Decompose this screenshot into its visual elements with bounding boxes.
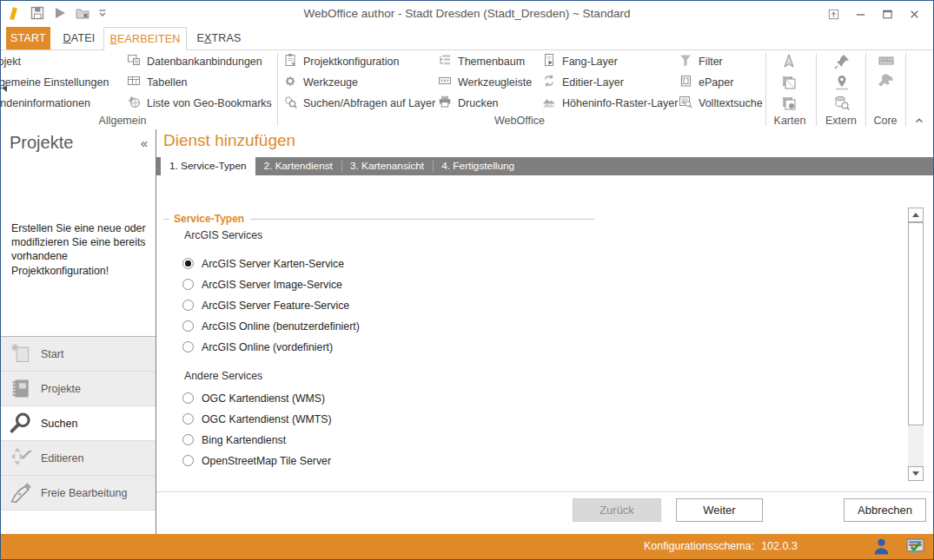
radio-bing-kartendienst[interactable]: Bing Kartendienst <box>182 432 286 447</box>
tree-list-icon <box>438 53 452 70</box>
radio-arcgis-server-feature-service[interactable]: ArcGIS Server Feature-Service <box>182 298 349 313</box>
ribbon-button-projekt[interactable]: Projekt <box>1 51 109 72</box>
quick-access-toolbar <box>7 5 108 21</box>
ribbon-button-suchen-abfragen-layer[interactable]: Suchen/Abfragen auf Layer <box>283 93 435 114</box>
ribbon: Projekt Allgemeine Einstellungen Kundeni… <box>1 49 933 130</box>
wizard-step-4[interactable]: 4. Fertigstellung <box>433 157 523 175</box>
ribbon-group-label-allgemein: Allgemein <box>1 115 244 128</box>
radio-icon <box>182 392 194 404</box>
titlebar: WebOffice author - Stadt Dresden (Stadt_… <box>1 1 933 27</box>
ribbon-button-compass[interactable] <box>778 51 800 72</box>
ribbon-button-werkzeuge[interactable]: Werkzeuge <box>283 72 435 93</box>
ribbon-button-map-layers-point[interactable] <box>778 93 800 114</box>
ribbon-button-map-layers[interactable] <box>778 72 800 93</box>
radio-ogc-kartendienst-wms[interactable]: OGC Kartendienst (WMS) <box>182 391 325 405</box>
ribbon-button-location-pin[interactable] <box>831 72 853 93</box>
minimize-icon[interactable] <box>847 3 874 24</box>
ribbon-button-epaper[interactable]: ePaper <box>679 72 763 93</box>
ribbon-button-fang-layer[interactable]: Fang-Layer <box>542 51 678 72</box>
radio-icon <box>182 320 194 332</box>
ribbon-button-core-module[interactable] <box>875 51 898 72</box>
radio-arcgis-server-image-service[interactable]: ArcGIS Server Image-Service <box>182 277 342 292</box>
ribbon-button-projektkonfiguration[interactable]: Projektkonfiguration <box>283 51 435 72</box>
tab-datei[interactable]: DATEI <box>55 27 103 49</box>
ribbon-col-weboffice-3: Fang-Layer Editier-Layer Höheninfo-Raste… <box>542 51 678 114</box>
ribbon-button-editier-layer[interactable]: Editier-Layer <box>542 72 678 93</box>
ribbon-button-hoeheninfo-raster-layer[interactable]: Höheninfo-Raster-Layer <box>542 93 678 114</box>
database-search-icon <box>833 95 851 112</box>
ribbon-button-geo-bookmarks[interactable]: Liste von Geo-Bookmarks <box>127 93 272 114</box>
scrollbar-thumb[interactable] <box>908 222 924 425</box>
scrollbar-down-icon[interactable] <box>908 466 924 481</box>
sidebar-item-freie-bearbeitung[interactable]: Freie Bearbeitung <box>1 476 156 511</box>
wizard-step-1[interactable]: 1. Service-Typen <box>161 157 255 175</box>
vertical-scrollbar[interactable] <box>908 208 924 481</box>
map-layers-icon <box>780 74 798 91</box>
ribbon-button-allgemeine-einstellungen[interactable]: Allgemeine Einstellungen <box>1 72 109 93</box>
ribbon-group-label-weboffice: WebOffice <box>279 115 760 128</box>
radio-ogc-kartendienst-wmts[interactable]: OGC Kartendienst (WMTS) <box>182 412 332 426</box>
sidebar-collapse-icon[interactable]: « <box>141 135 148 150</box>
ribbon-col-allgemein-2: Datenbankanbindungen Tabellen Liste von … <box>127 51 272 114</box>
ribbon-col-weboffice-4: Filter ePaper Volltextsuche <box>679 51 763 114</box>
konfigurationsschema-status: Konfigurationsschema: 102.0.3 <box>644 534 798 559</box>
close-icon[interactable] <box>901 3 928 24</box>
maximize-icon[interactable] <box>874 3 901 24</box>
ribbon-button-filter[interactable]: Filter <box>679 51 763 72</box>
toolbar-icon <box>438 74 452 91</box>
ribbon-button-volltextsuche[interactable]: Volltextsuche <box>679 93 763 114</box>
ribbon-button-tabellen[interactable]: Tabellen <box>127 72 272 93</box>
back-button[interactable]: Zurück <box>573 498 661 522</box>
tab-extras[interactable]: EXTRAS <box>194 27 244 49</box>
tab-bearbeiten[interactable]: BEARBEITEN <box>103 27 187 50</box>
sidebar-item-suchen[interactable]: Suchen <box>1 406 156 441</box>
ribbon-col-weboffice-1: Projektkonfiguration Werkzeuge Suchen/Ab… <box>283 51 435 114</box>
sidebar-item-start[interactable]: Start <box>1 337 156 372</box>
sidebar-item-projekte[interactable]: Projekte <box>1 372 156 406</box>
edit-arrows-pencil-icon <box>1 445 41 471</box>
edge-collapse-arrow-icon[interactable] <box>3 85 7 92</box>
qat-customize-icon[interactable] <box>97 5 108 21</box>
wrench-icon <box>878 74 895 91</box>
clipboard-icon <box>283 53 297 70</box>
ribbon-collapse-icon[interactable] <box>911 114 928 128</box>
radio-icon <box>182 300 194 311</box>
wizard-step-2[interactable]: 2. Kartendienst <box>255 157 341 175</box>
search-icon <box>1 411 41 436</box>
start-page-icon <box>1 341 41 366</box>
window-controls <box>820 3 928 24</box>
ribbon-button-drucken[interactable]: Drucken <box>438 93 532 114</box>
button-row-divider <box>156 491 933 492</box>
radio-openstreetmap-tile-server[interactable]: OpenStreetMap Tile Server <box>182 453 331 468</box>
tab-start[interactable]: START <box>6 27 50 49</box>
next-button[interactable]: Weiter <box>676 498 763 522</box>
user-icon[interactable] <box>871 537 891 557</box>
app-logo-icon <box>7 5 23 21</box>
gear-icon <box>283 74 297 91</box>
save-icon[interactable] <box>30 5 45 21</box>
sidebar-item-editieren[interactable]: Editieren <box>1 441 156 476</box>
radio-arcgis-online-benutzerdefiniert[interactable]: ArcGIS Online (benutzerdefiniert) <box>182 319 360 333</box>
ribbon-group-label-extern: Extern <box>817 115 865 128</box>
close-project-icon[interactable] <box>75 5 90 21</box>
popout-icon[interactable] <box>820 3 847 24</box>
sidebar-splitter[interactable] <box>156 129 156 534</box>
ribbon-button-pushpin[interactable] <box>831 51 853 72</box>
run-icon[interactable] <box>52 5 68 21</box>
radio-arcgis-server-karten-service[interactable]: ArcGIS Server Karten-Service <box>182 256 344 271</box>
cancel-button[interactable]: Abbrechen <box>844 498 926 522</box>
location-pin-icon <box>833 74 851 91</box>
sync-arrows-icon <box>542 74 556 91</box>
monitor-check-icon[interactable] <box>905 537 925 557</box>
scrollbar-up-icon[interactable] <box>908 208 924 222</box>
ribbon-button-werkzeugleiste[interactable]: Werkzeugleiste <box>438 72 532 93</box>
ribbon-button-datenbankanbindungen[interactable]: Datenbankanbindungen <box>127 51 272 72</box>
wizard-step-3[interactable]: 3. Kartenansicht <box>341 157 433 175</box>
ribbon-button-database-search[interactable] <box>831 93 853 114</box>
wizard-panel: Dienst hinzufügen 1. Service-Typen 2. Ka… <box>156 129 933 534</box>
ribbon-button-kundeninformationen[interactable]: Kundeninformationen <box>1 93 109 114</box>
ribbon-button-themenbaum[interactable]: Themenbaum <box>438 51 532 72</box>
ribbon-button-core-settings[interactable] <box>875 72 898 93</box>
page-arrow-icon <box>542 53 556 70</box>
radio-arcgis-online-vordefiniert[interactable]: ArcGIS Online (vordefiniert) <box>182 339 333 354</box>
